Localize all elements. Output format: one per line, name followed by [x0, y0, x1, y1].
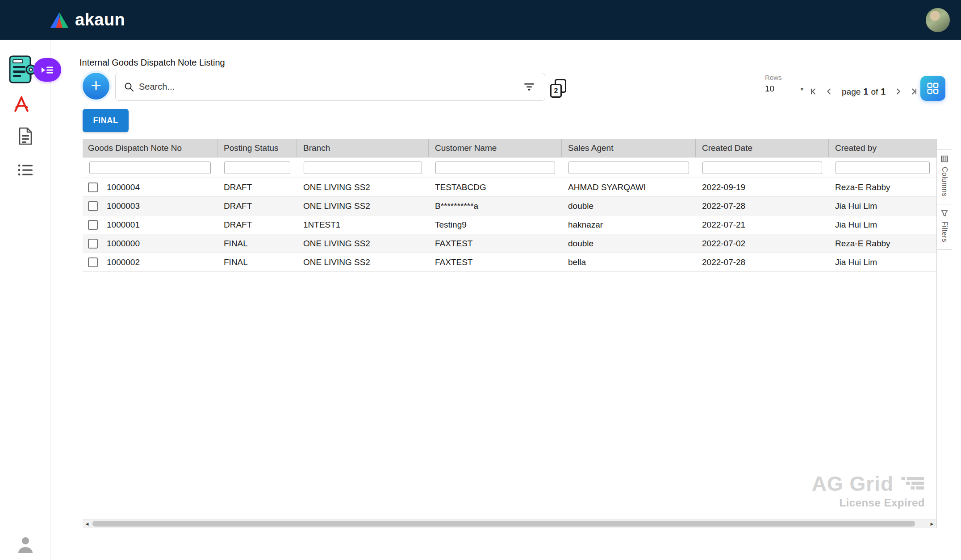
cell-posting-status: DRAFT [217, 197, 297, 215]
filter-input-sales-agent[interactable] [568, 162, 689, 174]
watermark-subtitle: License Expired [812, 497, 925, 509]
row-checkbox[interactable] [88, 201, 98, 211]
search-input[interactable] [139, 82, 522, 92]
dispatch-note-module-icon[interactable] [8, 53, 37, 85]
cell-created-date: 2022-07-02 [696, 234, 829, 253]
chevron-left-icon [824, 87, 834, 96]
grid-view-button[interactable] [920, 76, 945, 101]
tab-columns[interactable]: Columns [937, 149, 952, 204]
filter-input-note-no[interactable] [89, 162, 211, 174]
first-page-button[interactable] [806, 84, 822, 99]
search-icon [124, 82, 134, 92]
cell-posting-status: DRAFT [217, 178, 297, 196]
pdf-export-icon[interactable] [0, 94, 50, 115]
cell-created-date: 2022-07-21 [696, 216, 829, 234]
filter-2-front-frame: 2 [550, 84, 562, 98]
cell-created-by: Jia Hui Lim [829, 253, 936, 271]
table-row[interactable]: 1000000 FINAL ONE LIVING SS2 FAXTEST dou… [83, 234, 936, 253]
column-header-customer-name[interactable]: Customer Name [429, 139, 562, 157]
rows-value: 10 [765, 84, 774, 94]
menu-open-icon [41, 65, 54, 75]
filter-2-icon[interactable]: 2 [550, 79, 566, 98]
sidebar-toggle-button[interactable] [33, 58, 61, 82]
filter-input-posting-status[interactable] [224, 162, 290, 174]
column-header-note-no[interactable]: Goods Dispatch Note No [83, 139, 217, 157]
cell-created-by: Jia Hui Lim [829, 216, 936, 234]
tab-filters[interactable]: Filters [937, 204, 952, 250]
table-row[interactable]: 1000002 FINAL ONE LIVING SS2 FAXTEST bel… [83, 253, 936, 272]
cell-customer-name: Testing9 [429, 216, 562, 234]
scrollbar-thumb[interactable] [92, 521, 915, 527]
columns-icon [941, 155, 948, 162]
cell-posting-status: DRAFT [217, 216, 297, 234]
cell-branch: ONE LIVING SS2 [297, 234, 429, 253]
cell-customer-name: TESTABCDG [429, 178, 562, 196]
column-header-posting-status[interactable]: Posting Status [217, 139, 297, 157]
first-page-icon [809, 87, 819, 96]
next-page-button[interactable] [890, 84, 906, 99]
columns-tab-label: Columns [940, 167, 948, 197]
rows-label: Rows [765, 74, 803, 81]
filter-input-customer-name[interactable] [435, 162, 555, 174]
page-title: Internal Goods Dispatch Note Listing [79, 58, 225, 68]
scroll-left-arrow[interactable]: ◄ [83, 519, 92, 528]
column-header-created-by[interactable]: Created by [829, 139, 936, 157]
list-icon [17, 164, 33, 176]
cell-customer-name: FAXTEST [429, 234, 562, 253]
cell-customer-name: B**********a [429, 197, 562, 215]
cell-note-no: 1000002 [107, 257, 140, 267]
app-root: akaun [0, 0, 961, 560]
brand-logo[interactable]: akaun [49, 10, 125, 29]
final-filter-button[interactable]: FINAL [83, 109, 129, 132]
cell-created-date: 2022-09-19 [696, 178, 829, 196]
rows-per-page-select[interactable]: Rows 10 ▾ [765, 74, 803, 97]
cell-created-by: Reza-E Rabby [829, 178, 936, 196]
filter-input-created-date[interactable] [702, 162, 822, 174]
column-header-branch[interactable]: Branch [297, 139, 429, 157]
filter-input-branch[interactable] [304, 162, 422, 174]
table-filter-row [83, 158, 936, 178]
cell-note-no: 1000001 [107, 220, 140, 230]
page-total: 1 [881, 87, 886, 96]
filter-list-icon [523, 82, 535, 92]
user-avatar[interactable] [926, 8, 950, 32]
cell-customer-name: FAXTEST [429, 253, 562, 271]
row-checkbox[interactable] [88, 220, 98, 230]
cell-created-date: 2022-07-28 [696, 253, 829, 271]
profile-icon[interactable] [0, 535, 50, 553]
data-grid: Goods Dispatch Note No Posting Status Br… [83, 139, 952, 528]
scroll-right-arrow[interactable]: ► [928, 519, 936, 528]
cell-note-no: 1000004 [107, 183, 140, 192]
add-new-button[interactable]: + [83, 73, 109, 100]
listing-icon[interactable] [0, 164, 50, 176]
cell-posting-status: FINAL [217, 253, 297, 271]
sidebar [0, 40, 50, 560]
prev-page-button[interactable] [822, 84, 837, 99]
brand-name: akaun [75, 10, 125, 29]
page-indicator: page1of1 [840, 87, 887, 97]
cell-note-no: 1000003 [107, 201, 140, 211]
row-checkbox[interactable] [88, 257, 98, 267]
main-content: Internal Goods Dispatch Note Listing + 2 [50, 40, 961, 560]
row-checkbox[interactable] [88, 239, 98, 249]
table-row[interactable]: 1000004 DRAFT ONE LIVING SS2 TESTABCDG A… [83, 178, 936, 197]
watermark-title: AG Grid [812, 472, 894, 496]
column-header-sales-agent[interactable]: Sales Agent [562, 139, 696, 157]
file-icon [18, 127, 33, 145]
filter-funnel-icon [941, 210, 948, 217]
row-checkbox[interactable] [88, 183, 98, 192]
cell-branch: ONE LIVING SS2 [297, 178, 429, 196]
filter-list-button[interactable] [522, 80, 537, 94]
table-row[interactable]: 1000003 DRAFT ONE LIVING SS2 B**********… [83, 197, 936, 216]
column-header-created-date[interactable]: Created Date [696, 139, 829, 157]
last-page-button[interactable] [906, 84, 921, 99]
cell-sales-agent: haknazar [562, 216, 696, 234]
filter-input-created-by[interactable] [836, 162, 930, 174]
ag-grid-logo-icon [900, 475, 925, 492]
pagination: page1of1 [806, 83, 921, 100]
horizontal-scrollbar[interactable]: ◄ ► [83, 519, 936, 528]
table-row[interactable]: 1000001 DRAFT 1NTEST1 Testing9 haknazar … [83, 216, 936, 234]
document-icon[interactable] [0, 127, 50, 145]
cell-created-by: Reza-E Rabby [829, 234, 936, 253]
filters-tab-label: Filters [940, 221, 948, 242]
